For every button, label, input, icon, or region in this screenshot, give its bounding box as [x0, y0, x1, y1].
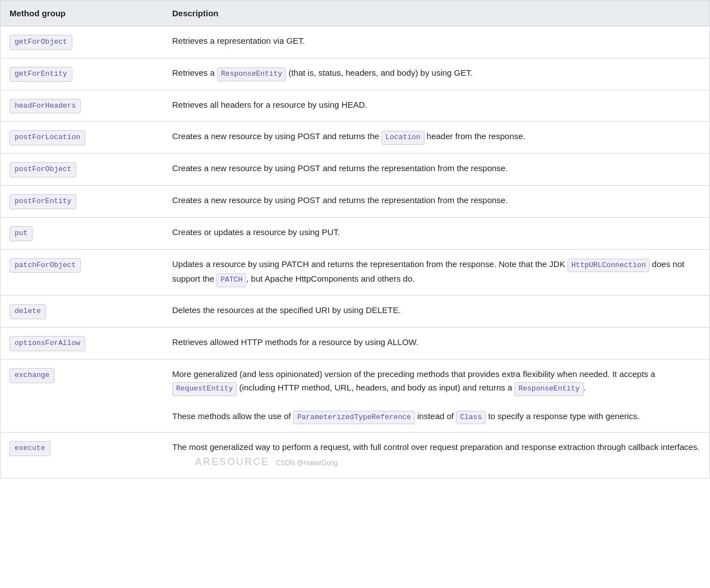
method-badge: headForHeaders — [10, 99, 81, 114]
table-row: executeThe most generalized way to perfo… — [1, 433, 709, 478]
code-badge: ResponseEntity — [514, 382, 583, 396]
table-row: patchForObjectUpdates a resource by usin… — [1, 249, 709, 296]
table-row: exchangeMore generalized (and less opini… — [1, 359, 709, 433]
description-cell: Creates or updates a resource by using P… — [163, 217, 709, 249]
table-body: getForObjectRetrieves a representation v… — [1, 26, 709, 479]
method-cell: getForEntity — [1, 58, 163, 90]
method-cell: put — [1, 217, 163, 249]
watermark-text: ARESOURCE — [195, 456, 269, 467]
method-cell: postForLocation — [1, 122, 163, 154]
method-badge: getForObject — [10, 35, 72, 50]
code-badge: HttpURLConnection — [568, 259, 650, 273]
header-row: Method group Description — [1, 1, 709, 26]
code-badge: Location — [381, 131, 424, 145]
code-badge: Class — [456, 411, 486, 425]
table-row: headForHeadersRetrieves all headers for … — [1, 90, 709, 122]
method-cell: headForHeaders — [1, 90, 163, 122]
method-cell: exchange — [1, 359, 163, 433]
method-badge: postForEntity — [10, 194, 76, 209]
table-row: postForLocationCreates a new resource by… — [1, 122, 709, 154]
table-row: postForObjectCreates a new resource by u… — [1, 154, 709, 186]
description-cell: Creates a new resource by using POST and… — [163, 185, 709, 217]
method-badge: postForObject — [10, 162, 76, 177]
method-badge: put — [10, 226, 33, 241]
method-badge: delete — [10, 304, 46, 319]
table-row: putCreates or updates a resource by usin… — [1, 217, 709, 249]
code-badge: RequestEntity — [172, 382, 237, 396]
description-cell: Retrieves a ResponseEntity (that is, sta… — [163, 58, 709, 90]
table-header: Method group Description — [1, 1, 709, 26]
col-description: Description — [163, 1, 709, 26]
method-cell: patchForObject — [1, 249, 163, 296]
description-cell: Retrieves all headers for a resource by … — [163, 90, 709, 122]
description-cell: Creates a new resource by using POST and… — [163, 154, 709, 186]
method-badge: postForLocation — [10, 130, 85, 145]
code-badge: PATCH — [216, 273, 246, 287]
col-method-group: Method group — [1, 1, 163, 26]
table-row: postForEntityCreates a new resource by u… — [1, 185, 709, 217]
description-cell: Retrieves a representation via GET. — [163, 26, 709, 58]
method-badge: getForEntity — [10, 67, 72, 82]
description-cell: Updates a resource by using PATCH and re… — [163, 249, 709, 296]
method-badge: exchange — [10, 368, 54, 383]
csdn-badge: CSDN @HakerDong — [276, 459, 338, 467]
description-cell: Deletes the resources at the specified U… — [163, 296, 709, 328]
method-cell: getForObject — [1, 26, 163, 58]
table-row: optionsForAllowRetrieves allowed HTTP me… — [1, 327, 709, 359]
description-cell: Retrieves allowed HTTP methods for a res… — [163, 327, 709, 359]
description-cell: The most generalized way to perform a re… — [163, 433, 709, 478]
main-table-container: Method group Description getForObjectRet… — [0, 0, 710, 479]
method-badge: patchForObject — [10, 258, 81, 273]
methods-table: Method group Description getForObjectRet… — [1, 1, 709, 478]
method-badge: optionsForAllow — [10, 336, 85, 351]
code-badge: ResponseEntity — [217, 67, 286, 81]
method-badge: execute — [10, 441, 50, 456]
table-row: getForObjectRetrieves a representation v… — [1, 26, 709, 58]
description-cell: Creates a new resource by using POST and… — [163, 122, 709, 154]
method-cell: delete — [1, 296, 163, 328]
code-badge: ParameterizedTypeReference — [293, 411, 415, 425]
table-row: getForEntityRetrieves a ResponseEntity (… — [1, 58, 709, 90]
method-cell: postForObject — [1, 154, 163, 186]
method-cell: postForEntity — [1, 185, 163, 217]
table-row: deleteDeletes the resources at the speci… — [1, 296, 709, 328]
description-cell: More generalized (and less opinionated) … — [163, 359, 709, 433]
method-cell: execute — [1, 433, 163, 478]
method-cell: optionsForAllow — [1, 327, 163, 359]
